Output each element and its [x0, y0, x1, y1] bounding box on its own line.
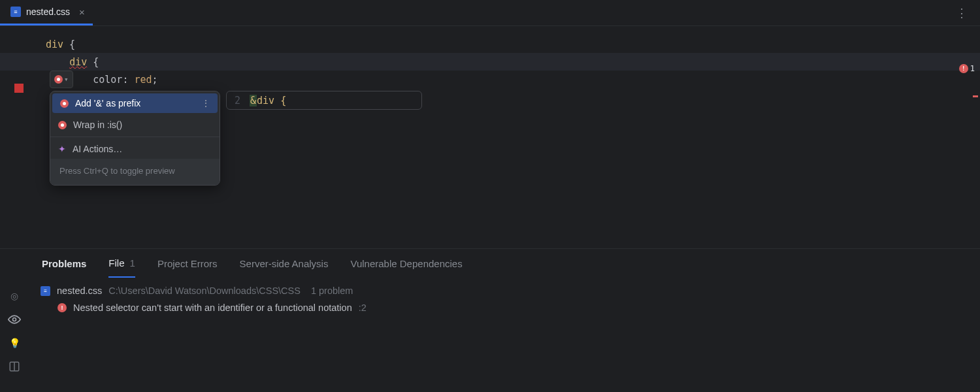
bulb-icon [60, 99, 69, 108]
preview-ampersand: & [250, 95, 257, 106]
eye-icon[interactable] [8, 313, 21, 326]
error-count-badge[interactable]: ! 1 ⌃ ⌄ [959, 64, 980, 73]
problems-file-row[interactable]: ≡ nested.css C:\Users\David Watson\Downl… [41, 286, 980, 296]
code-text-error: div [69, 56, 87, 68]
chevron-down-icon: ▾ [64, 75, 69, 84]
tab-vulnerable-deps[interactable]: Vulnerable Dependencies [350, 249, 462, 278]
tab-problems[interactable]: Problems [42, 249, 86, 278]
tab-bar: ≡ nested.css × ⋮ [0, 0, 980, 26]
problems-filename: nested.css [57, 286, 102, 296]
quickfix-item-wrap-is[interactable]: Wrap in :is() [50, 115, 220, 135]
problems-filepath: C:\Users\David Watson\Downloads\CSS\CSS [108, 286, 301, 296]
tab-active[interactable]: ≡ nested.css × [0, 0, 93, 25]
quickfix-label: Wrap in :is() [73, 120, 122, 130]
kebab-menu-icon[interactable]: ⋮ [944, 6, 980, 20]
svg-point-0 [13, 318, 16, 321]
separator [50, 137, 220, 137]
issue-location: :2 [359, 302, 367, 313]
issue-text: Nested selector can't start with an iden… [73, 302, 352, 313]
error-count: 1 [970, 64, 975, 73]
problems-issue-row[interactable]: ! Nested selector can't start with an id… [41, 296, 980, 313]
close-icon[interactable]: × [79, 7, 85, 18]
sparkle-icon: ✦ [58, 144, 66, 154]
preview-line-number: 2 [235, 95, 240, 106]
tab-file[interactable]: File1 [108, 249, 135, 278]
error-icon: ! [959, 64, 968, 73]
bulb-icon [54, 75, 63, 84]
bulb-icon [58, 121, 67, 129]
quickfix-popup: Add '&' as prefix ⋮ Wrap in :is() ✦ AI A… [50, 91, 220, 186]
tab-project-errors[interactable]: Project Errors [157, 249, 218, 278]
intention-bulb-button[interactable]: ▾ [50, 71, 73, 88]
css-file-icon: ≡ [10, 7, 21, 17]
error-stripe: ! 1 ⌃ ⌄ [971, 52, 980, 73]
panel-toolstrip: ◎ 💡 [0, 249, 29, 392]
error-gutter-marker[interactable] [14, 84, 24, 93]
preview-code: div { [257, 95, 286, 106]
quickfix-item-add-prefix[interactable]: Add '&' as prefix ⋮ [52, 93, 218, 113]
error-icon: ! [57, 303, 67, 312]
tab-server-analysis[interactable]: Server-side Analysis [240, 249, 329, 278]
css-file-icon: ≡ [41, 286, 50, 296]
more-options-icon[interactable]: ⋮ [201, 98, 211, 108]
target-icon[interactable]: ◎ [8, 289, 21, 302]
popup-hint: Press Ctrl+Q to toggle preview [50, 159, 220, 185]
file-issue-count: 1 [130, 257, 135, 269]
quickfix-label: Add '&' as prefix [75, 98, 140, 108]
quickfix-preview: 2 & div { [226, 91, 422, 110]
code-text: div [46, 39, 63, 50]
quickfix-item-ai-actions[interactable]: ✦ AI Actions… [50, 139, 220, 159]
bulb-icon[interactable]: 💡 [8, 336, 21, 350]
layout-icon[interactable] [8, 360, 21, 373]
quickfix-label: AI Actions… [73, 144, 122, 154]
error-stripe-marker[interactable] [973, 95, 978, 97]
panel-tabs: Problems File1 Project Errors Server-sid… [29, 249, 980, 278]
problems-panel: ◎ 💡 Problems File1 Project Errors Server… [0, 248, 980, 392]
problems-summary: 1 problem [311, 286, 353, 296]
tab-filename: nested.css [26, 7, 70, 17]
